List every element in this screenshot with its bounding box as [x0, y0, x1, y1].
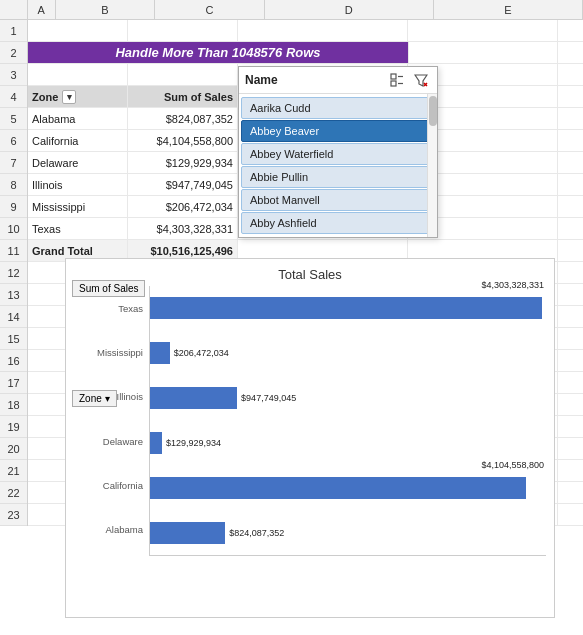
cell-c1: [128, 20, 238, 41]
pivot-row-alabama-sales: $824,087,352: [128, 108, 238, 129]
cell-e2: [408, 42, 558, 63]
chart-bar-row-alabama: $824,087,352: [150, 517, 546, 549]
row-num-9: 9: [0, 196, 27, 218]
row-num-3: 3: [0, 64, 27, 86]
slicer-header: Name: [239, 67, 437, 94]
chart-bar-row-california: $4,104,558,800: [150, 472, 546, 504]
row-num-21: 21: [0, 460, 27, 482]
slicer-item-aarika-cudd[interactable]: Aarika Cudd: [241, 97, 435, 119]
slicer-item-abbey-waterfield[interactable]: Abbey Waterfield: [241, 143, 435, 165]
bar-value-illinois: $947,749,045: [241, 393, 296, 403]
bar-value-delaware: $129,929,934: [166, 438, 221, 448]
slicer-item-abbie-pullin[interactable]: Abbie Pullin: [241, 166, 435, 188]
pivot-row-mississippi-sales: $206,472,034: [128, 196, 238, 217]
chart-bar-texas: $4,303,328,331: [150, 297, 542, 319]
slicer-item-abbot-manvell[interactable]: Abbot Manvell: [241, 189, 435, 211]
chart-bar-california: $4,104,558,800: [150, 477, 526, 499]
row-num-5: 5: [0, 108, 27, 130]
row-num-8: 8: [0, 174, 27, 196]
slicer-clear-filter-button[interactable]: [411, 71, 431, 89]
svg-rect-1: [391, 81, 396, 86]
row-num-11: 11: [0, 240, 27, 262]
col-header-c: C: [155, 0, 264, 19]
zone-filter-label: Zone: [79, 393, 102, 404]
col-header-a: A: [28, 0, 56, 19]
row-2: Handle More Than 1048576 Rows: [28, 42, 583, 64]
row-num-17: 17: [0, 372, 27, 394]
row-num-1: 1: [0, 20, 27, 42]
row-num-4: 4: [0, 86, 27, 108]
pivot-row-illinois-zone: Illinois: [28, 174, 128, 195]
col-header-e: E: [434, 0, 583, 19]
svg-rect-0: [391, 74, 396, 79]
chart-bar-delaware: [150, 432, 162, 454]
chart-bar-mississippi: [150, 342, 170, 364]
row-num-10: 10: [0, 218, 27, 240]
title-cell: Handle More Than 1048576 Rows: [28, 42, 408, 63]
row-num-2: 2: [0, 42, 27, 64]
chart-zone-filter-button[interactable]: Zone ▾: [72, 390, 117, 407]
pivot-row-illinois-sales: $947,749,045: [128, 174, 238, 195]
name-slicer: Name: [238, 66, 438, 238]
clear-filter-icon: [414, 73, 428, 87]
chart-legend-button[interactable]: Sum of Sales: [72, 280, 145, 297]
chart-bar-row-mississippi: $206,472,034: [150, 337, 546, 369]
row-num-22: 22: [0, 482, 27, 504]
row-num-14: 14: [0, 306, 27, 328]
chart-bar-label-texas: Texas: [118, 303, 143, 314]
pivot-row-alabama-zone: Alabama: [28, 108, 128, 129]
cell-e1: [408, 20, 558, 41]
chart-bar-label-california: California: [103, 480, 143, 491]
multiselect-icon: [390, 73, 404, 87]
bar-value-texas: $4,303,328,331: [481, 280, 544, 290]
slicer-scrollbar[interactable]: [427, 94, 437, 237]
chart-bar-label-alabama: Alabama: [106, 524, 144, 535]
slicer-icons: [387, 71, 431, 89]
chart-bar-row-delaware: $129,929,934: [150, 427, 546, 459]
row-num-16: 16: [0, 350, 27, 372]
col-header-b: B: [56, 0, 155, 19]
chart-bar-alabama: [150, 522, 225, 544]
row-num-19: 19: [0, 416, 27, 438]
slicer-item-abby-ashfield[interactable]: Abby Ashfield: [241, 212, 435, 234]
row-1: [28, 20, 583, 42]
row-num-6: 6: [0, 130, 27, 152]
col-header-d: D: [265, 0, 434, 19]
bar-value-mississippi: $206,472,034: [174, 348, 229, 358]
slicer-multiselect-button[interactable]: [387, 71, 407, 89]
pivot-zone-label: Zone: [32, 91, 58, 103]
pivot-row-texas-sales: $4,303,328,331: [128, 218, 238, 239]
bar-value-alabama: $824,087,352: [229, 528, 284, 538]
chart-bar-illinois: [150, 387, 237, 409]
row-num-7: 7: [0, 152, 27, 174]
chart-bar-label-illinois: Illinois: [117, 391, 143, 402]
pivot-row-texas-zone: Texas: [28, 218, 128, 239]
pivot-row-delaware-sales: $129,929,934: [128, 152, 238, 173]
slicer-items-list: Aarika Cudd Abbey Beaver Abbey Waterfiel…: [239, 94, 437, 237]
row-num-20: 20: [0, 438, 27, 460]
pivot-row-delaware-zone: Delaware: [28, 152, 128, 173]
slicer-item-abbey-beaver[interactable]: Abbey Beaver: [241, 120, 435, 142]
pivot-row-mississippi-zone: Mississippi: [28, 196, 128, 217]
cell-b1: [28, 20, 128, 41]
cell-d1: [238, 20, 408, 41]
pivot-sales-header: Sum of Sales: [128, 86, 238, 107]
zone-filter-button[interactable]: ▾: [62, 90, 76, 104]
chart-bar-label-delaware: Delaware: [103, 436, 143, 447]
column-headers: A B C D E: [0, 0, 583, 20]
cell-c3: [128, 64, 238, 85]
row-num-15: 15: [0, 328, 27, 350]
row-num-18: 18: [0, 394, 27, 416]
row-num-13: 13: [0, 284, 27, 306]
slicer-title: Name: [245, 73, 387, 87]
chart-bar-label-mississippi: Mississippi: [97, 347, 143, 358]
pivot-row-california-zone: California: [28, 130, 128, 151]
row-num-23: 23: [0, 504, 27, 526]
pivot-zone-header[interactable]: Zone ▾: [28, 86, 128, 107]
cell-b3: [28, 64, 128, 85]
corner-cell: [0, 0, 28, 19]
bar-value-california: $4,104,558,800: [481, 460, 544, 470]
chart-area: Total Sales Texas Mississippi Illinois D…: [65, 258, 555, 618]
pivot-row-california-sales: $4,104,558,800: [128, 130, 238, 151]
row-numbers: 1 2 3 4 5 6 7 8 9 10 11 12 13 14 15 16 1…: [0, 20, 28, 526]
